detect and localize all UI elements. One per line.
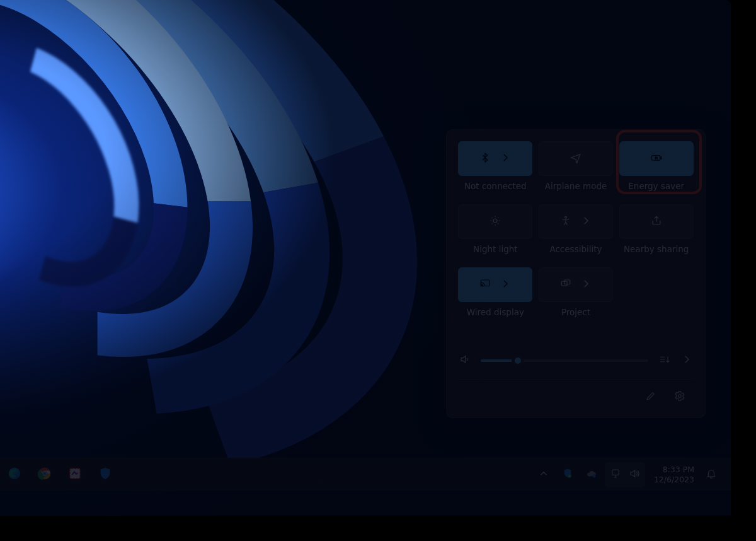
svg-rect-14 [70,468,81,479]
svg-rect-15 [70,468,81,479]
svg-point-16 [568,474,571,477]
wallpaper-shape [0,0,520,516]
taskbar-time: 8:33 PM [654,465,694,475]
project-tile-label: Project [561,307,590,317]
taskbar-app-edge[interactable] [1,462,28,488]
chevron-right-icon[interactable] [500,152,511,165]
svg-rect-0 [651,155,660,160]
snipping-tool-icon [68,467,82,483]
bluetooth-icon [479,152,491,166]
svg-point-8 [679,395,682,398]
chevron-right-icon[interactable] [680,354,694,368]
svg-point-12 [43,472,47,475]
svg-point-11 [42,471,47,476]
wallpaper-shape [0,0,338,442]
quick-settings-panel: Not connected Airplane mode [446,129,706,418]
svg-point-2 [493,219,497,223]
svg-point-13 [43,472,46,474]
pencil-icon [645,390,656,404]
cloud-icon: i [586,468,597,482]
notifications-button[interactable] [701,462,722,487]
chrome-icon [38,467,52,483]
bell-icon [706,468,717,482]
chevron-right-icon[interactable] [580,278,592,291]
edge-icon [8,467,21,483]
open-settings-button[interactable] [668,386,691,409]
tray-windows-security[interactable] [557,462,578,487]
svg-text:i: i [594,475,595,477]
chevron-up-icon [538,468,549,482]
taskbar-app-snipping-tool[interactable] [62,462,88,488]
taskbar-clock[interactable]: 8:33 PM 12/6/2023 [654,465,694,484]
volume-slider[interactable] [481,354,648,367]
cast-tile[interactable] [458,267,532,302]
svg-point-5 [481,284,483,286]
annotation-highlight [616,130,702,194]
svg-rect-7 [564,280,570,284]
svg-point-3 [564,216,566,218]
wallpaper-shape [0,0,251,370]
svg-point-10 [39,467,50,479]
taskbar-date: 12/6/2023 [654,475,694,485]
volume-low-icon[interactable] [458,354,472,368]
nearby-sharing-tile-label: Nearby sharing [624,244,689,254]
cast-icon [479,278,491,292]
airplane-mode-tile-label: Airplane mode [545,181,607,191]
accessibility-icon [560,215,571,229]
energy-saver-icon [650,151,663,166]
night-light-tile-label: Night light [473,244,517,254]
system-tray-status-area[interactable] [605,462,645,487]
svg-point-17 [592,474,595,477]
energy-saver-tile-label: Energy saver [628,181,684,191]
airplane-icon [570,152,581,166]
wallpaper-shape [0,5,180,323]
airplane-mode-tile[interactable] [539,141,613,176]
taskbar: i 8:33 PM 12/6/2023 [0,458,731,491]
svg-point-9 [9,467,20,479]
shield-icon [98,467,112,483]
night-light-tile[interactable] [458,204,532,239]
share-icon [651,215,662,229]
gear-icon [674,390,685,404]
svg-rect-4 [481,280,490,286]
cast-tile-label: Wired display [467,307,524,317]
volume-icon [629,468,640,482]
network-icon [610,468,621,482]
chevron-right-icon[interactable] [500,278,511,291]
audio-output-icon[interactable] [657,354,671,368]
svg-rect-19 [612,470,619,475]
tray-overflow-button[interactable] [533,462,554,487]
project-tile[interactable] [539,267,613,302]
wallpaper-shape [0,0,429,516]
energy-saver-tile[interactable] [619,141,694,176]
project-icon [560,278,571,292]
bluetooth-tile-label: Not connected [464,181,527,191]
accessibility-tile[interactable] [539,204,613,239]
taskbar-app-chrome[interactable] [32,462,58,488]
chevron-right-icon[interactable] [580,215,592,228]
edit-quick-settings-button[interactable] [639,386,662,409]
tray-onedrive[interactable]: i [581,462,602,487]
accessibility-tile-label: Accessibility [549,244,602,254]
night-light-icon [490,215,501,229]
svg-rect-1 [660,156,661,158]
nearby-sharing-tile[interactable] [619,204,694,239]
svg-rect-6 [561,281,567,286]
taskbar-app-windows-security[interactable] [92,462,118,488]
evaluation-watermark: Evaluation copy. Build 26002.rs_prerelea… [481,467,724,477]
shield-check-icon [562,468,573,482]
bluetooth-tile[interactable] [458,141,532,176]
desktop-wallpaper[interactable]: Evaluation copy. Build 26002.rs_prerelea… [0,0,731,516]
